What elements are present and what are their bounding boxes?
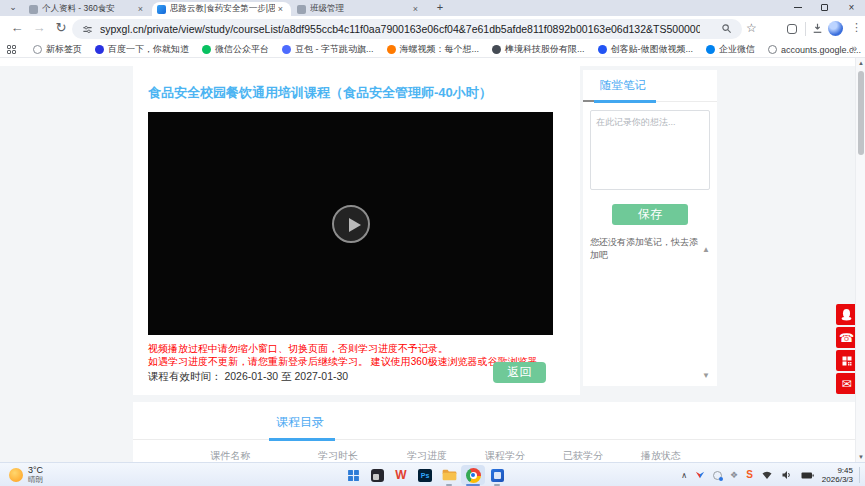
minimize-icon [794,7,802,8]
tray-expand-icon[interactable]: ∧ [681,471,687,480]
bookmark-label: 微信公众平台 [215,43,269,56]
forward-icon[interactable]: → [30,20,48,35]
site-favicon [157,5,166,14]
bookmarks-overflow-icon[interactable]: » [851,43,857,54]
play-button[interactable] [332,205,370,243]
notes-empty-text: 您还没有添加笔记，快去添加吧 [590,236,702,262]
globe-icon [492,45,501,54]
scrollbar-up-icon[interactable]: ▲ [856,60,865,66]
tab-class-notes[interactable]: 随堂笔记 [600,78,646,93]
phone-icon: ☎ [839,331,854,345]
site-info-icon[interactable] [82,24,93,35]
scroll-down-icon[interactable]: ▼ [702,371,710,380]
volume-icon[interactable] [781,470,793,480]
column-header: 课件名称 [173,449,288,462]
tab-search-icon[interactable]: ⌄ [5,1,21,14]
screen: ⌄ 个人资料 - 360食安 × 思路云教|食药安全第一步|思拓 × 班级管理 … [0,0,865,486]
tab-course-catalog[interactable]: 课程目录 [276,414,324,431]
mail-contact-button[interactable]: ✉ [836,373,857,394]
scroll-up-icon[interactable]: ▲ [702,245,710,254]
course-title: 食品安全校园餐饮通用培训课程（食品安全管理师-40小时） [148,84,492,102]
bookmark-item[interactable]: 企业微信 [706,43,755,56]
tray-sync-icon[interactable] [713,471,722,480]
notes-input[interactable] [590,110,710,190]
back-to-list-button[interactable]: 返回 [493,362,546,383]
reload-icon[interactable]: ↻ [52,20,70,35]
tab-close-icon[interactable]: × [410,4,421,14]
extensions-icon[interactable] [787,24,797,34]
apps-grid-icon[interactable] [7,45,16,54]
browser-toolbar: ← → ↻ sypxgl.cn/private/view/study/cours… [0,16,865,42]
catalog-table-header: 课件名称 学习时长 学习进度 课程学分 已获学分 播放状态 [133,449,855,462]
qq-penguin-icon [840,308,853,321]
chuangkit-icon [598,45,607,54]
tray-utility-icon[interactable]: ❖ [730,471,738,480]
tab-title: 思路云教|食药安全第一步|思拓 [170,3,275,15]
windows-taskbar: 3°C 晴朗 W Ps [0,462,865,486]
tab-close-icon[interactable]: × [275,4,286,14]
qq-contact-button[interactable] [836,304,857,325]
tab-close-icon[interactable]: × [135,4,146,14]
battery-icon[interactable] [801,471,814,480]
start-button[interactable] [341,465,365,485]
weather-widget[interactable]: 3°C 晴朗 [9,465,43,484]
browser-tab-2-active[interactable]: 思路云教|食药安全第一步|思拓 × [152,2,291,16]
dark-app-button[interactable] [365,465,389,485]
sogou-input-icon[interactable]: S [746,470,753,480]
browser-menu-icon[interactable]: ⋮ [851,21,862,34]
browser-tab-3[interactable]: 班级管理 × [292,2,426,16]
google-icon [768,45,777,54]
bookmark-item[interactable]: 创客贴-做图做视频... [598,43,694,56]
show-desktop-edge[interactable] [859,467,860,483]
notes-empty-row: 您还没有添加笔记，快去添加吧 ▲ [590,236,710,262]
maximize-button[interactable] [811,0,838,15]
tray-app-icon[interactable] [695,470,705,480]
bookmark-item[interactable]: 豆包 - 字节跳动旗... [282,43,374,56]
profile-avatar[interactable] [828,21,843,36]
clock-time: 9:45 [822,466,853,475]
photoshop-button[interactable]: Ps [413,465,437,485]
taskbar-apps: W Ps [341,465,509,485]
bookmark-item[interactable]: accounts.google.c... [768,45,861,55]
qrcode-button[interactable] [836,350,857,371]
bookmark-label: 海螺视频：每个想... [400,43,480,56]
url-text[interactable]: sypxgl.cn/private/view/study/courseList/… [100,23,700,35]
dark-app-icon [371,469,384,482]
bookmark-label: 豆包 - 字节跳动旗... [295,43,374,56]
wechat-icon [202,45,211,54]
site-favicon [297,5,306,14]
zoom-icon[interactable] [721,23,732,34]
bookmark-item[interactable]: 百度一下，你就知道 [95,43,189,56]
save-note-button[interactable]: 保存 [612,204,688,225]
scrollbar-down-icon[interactable]: ▼ [856,454,865,460]
file-explorer-button[interactable] [437,465,461,485]
taskbar-clock[interactable]: 9:45 2026/3/3 [822,466,853,484]
wifi-icon[interactable] [761,470,773,480]
maximize-icon [821,4,828,11]
office-app-icon [491,469,504,482]
weather-desc: 晴朗 [28,475,43,484]
minimize-button[interactable] [784,0,811,15]
weather-temp: 3°C [28,465,43,475]
bookmark-item[interactable]: 微信公众平台 [202,43,269,56]
browser-tab-1[interactable]: 个人资料 - 360食安 × [24,2,151,16]
wps-button[interactable]: W [389,465,413,485]
bookmark-item[interactable]: 海螺视频：每个想... [387,43,480,56]
address-bar[interactable]: sypxgl.cn/private/view/study/courseList/… [72,19,742,39]
bookmark-star-icon[interactable]: ☆ [746,21,757,35]
back-icon[interactable]: ← [8,20,26,35]
new-tab-button[interactable]: + [433,1,447,15]
scrollbar-thumb[interactable] [858,71,864,155]
bookmark-label: accounts.google.c... [781,45,861,55]
column-header: 课程学分 [466,449,544,462]
chrome-button[interactable] [461,465,485,485]
video-player[interactable] [148,112,553,335]
windows-icon [347,469,360,482]
close-button[interactable]: × [838,0,865,15]
bookmark-item[interactable]: 新标签页 [33,43,82,56]
bookmark-item[interactable]: 榫境科技股份有限... [492,43,585,56]
page-scrollbar[interactable]: ▲ ▼ [855,58,865,462]
download-icon[interactable] [811,22,824,35]
phone-contact-button[interactable]: ☎ [836,327,857,348]
office-app-button[interactable] [485,465,509,485]
